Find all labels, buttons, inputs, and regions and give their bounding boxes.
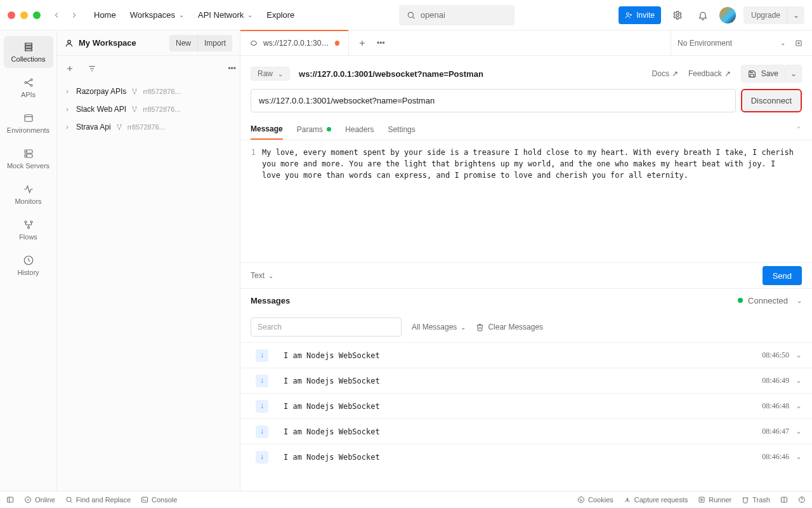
- tree-slack[interactable]: › Slack Web API rr8572876...: [61, 100, 236, 118]
- settings-button[interactable]: [669, 6, 686, 24]
- message-row[interactable]: ↓ I am Nodejs WebSocket 08:46:50 ⌄: [240, 342, 812, 368]
- two-pane-toggle[interactable]: [780, 496, 788, 504]
- svg-point-16: [30, 221, 32, 223]
- nav-back-icon[interactable]: [52, 11, 61, 20]
- rail-flows[interactable]: Flows: [4, 214, 53, 246]
- subtab-params[interactable]: Params: [297, 119, 331, 140]
- console-toggle[interactable]: Console: [141, 496, 177, 504]
- chevron-down-icon[interactable]: ⌄: [796, 401, 802, 411]
- chevron-down-icon: ⌄: [780, 39, 785, 46]
- tree-strava[interactable]: › Strava Api rr8572876...: [61, 118, 236, 136]
- docs-link[interactable]: Docs↗: [652, 69, 678, 78]
- new-tab-button[interactable]: [358, 39, 367, 48]
- avatar[interactable]: [719, 7, 736, 23]
- tab-websocket[interactable]: ws://127.0.0.1:3001/wel: [240, 30, 349, 55]
- chevron-right-icon: ›: [63, 105, 71, 114]
- global-search[interactable]: openai: [399, 5, 514, 25]
- sidebar-more[interactable]: •••: [228, 64, 236, 73]
- menu-home[interactable]: Home: [94, 10, 116, 20]
- messages-search[interactable]: Search: [251, 318, 402, 337]
- minimize-window[interactable]: [20, 11, 28, 19]
- chevron-down-icon[interactable]: ⌄: [796, 351, 802, 360]
- runner-link[interactable]: Runner: [698, 496, 731, 504]
- external-icon: ↗: [672, 69, 678, 78]
- feedback-link[interactable]: Feedback↗: [688, 69, 731, 78]
- disconnect-button[interactable]: Disconnect: [741, 89, 802, 112]
- svg-point-14: [26, 156, 27, 157]
- nav-forward-icon[interactable]: [70, 11, 79, 20]
- left-rail: Collections APIs Environments Mock Serve…: [0, 30, 57, 491]
- tree-razorpay[interactable]: › Razorpay APIs rr8572876...: [61, 83, 236, 100]
- fork-icon: [131, 88, 138, 95]
- chevron-down-icon[interactable]: ⌄: [796, 452, 802, 462]
- menu-workspaces[interactable]: Workspaces⌄: [130, 10, 184, 20]
- save-button[interactable]: Save: [741, 65, 785, 83]
- cookies-link[interactable]: Cookies: [577, 496, 613, 504]
- save-options[interactable]: ⌄: [785, 65, 802, 83]
- close-window[interactable]: [8, 11, 15, 19]
- new-button[interactable]: New: [169, 35, 198, 51]
- collapse-editor[interactable]: ⌃: [796, 125, 802, 134]
- message-editor[interactable]: 1 My love, every moment spent by your si…: [240, 140, 812, 262]
- zoom-window[interactable]: [33, 11, 41, 19]
- environment-select[interactable]: No Environment⌄: [678, 39, 785, 48]
- menu-explore[interactable]: Explore: [266, 10, 294, 20]
- clear-messages[interactable]: Clear Messages: [476, 323, 543, 331]
- svg-point-2: [627, 13, 629, 15]
- send-button[interactable]: Send: [763, 266, 802, 285]
- message-body[interactable]: My love, every moment spent by your side…: [262, 147, 803, 256]
- chevron-down-icon[interactable]: ⌄: [797, 297, 802, 304]
- chevron-down-icon[interactable]: ⌄: [796, 427, 802, 436]
- help-link[interactable]: [798, 496, 806, 504]
- capture-requests[interactable]: Capture requests: [624, 496, 688, 504]
- svg-point-5: [676, 14, 679, 17]
- format-select[interactable]: Text⌄: [251, 271, 273, 280]
- chevron-down-icon[interactable]: ⌄: [796, 376, 802, 385]
- notifications-button[interactable]: [694, 6, 712, 24]
- chevron-down-icon: ⌄: [268, 272, 273, 279]
- messages-header: Messages Connected ⌄: [240, 289, 812, 312]
- chevron-down-icon[interactable]: ⌄: [787, 6, 804, 24]
- message-row[interactable]: ↓ I am Nodejs WebSocket 08:46:49 ⌄: [240, 368, 812, 393]
- invite-button[interactable]: Invite: [619, 6, 661, 24]
- svg-rect-36: [796, 40, 801, 45]
- chevron-right-icon: ›: [63, 87, 71, 96]
- search-icon: [65, 496, 73, 504]
- subtab-message[interactable]: Message: [251, 119, 283, 140]
- environment-quicklook[interactable]: [792, 39, 806, 48]
- title-bar: Home Workspaces⌄ API Network⌄ Explore op…: [0, 0, 812, 30]
- find-replace[interactable]: Find and Replace: [65, 496, 131, 504]
- svg-point-19: [68, 40, 71, 43]
- sidebar-header: My Workspace New Import: [57, 30, 240, 56]
- rail-history[interactable]: History: [4, 250, 53, 281]
- raw-protocol-select[interactable]: Raw⌄: [251, 67, 290, 81]
- import-button[interactable]: Import: [198, 35, 232, 51]
- trash-link[interactable]: Trash: [742, 496, 770, 504]
- subtab-settings[interactable]: Settings: [388, 119, 415, 140]
- tab-more-button[interactable]: •••: [377, 39, 385, 48]
- workspace-selector[interactable]: My Workspace: [65, 38, 163, 48]
- message-row[interactable]: ↓ I am Nodejs WebSocket 08:46:46 ⌄: [240, 444, 812, 469]
- top-menu: Home Workspaces⌄ API Network⌄ Explore: [94, 10, 294, 20]
- rail-apis[interactable]: APIs: [4, 72, 53, 104]
- menu-api-network[interactable]: API Network⌄: [198, 10, 252, 20]
- message-row[interactable]: ↓ I am Nodejs WebSocket 08:46:48 ⌄: [240, 393, 812, 418]
- url-input[interactable]: ws://127.0.0.1:3001/websocket?name=Postm…: [251, 89, 736, 112]
- request-title: ws://127.0.0.1:3001/websocket?name=Postm…: [299, 69, 483, 79]
- filter-collections[interactable]: [84, 64, 214, 73]
- sidebar-toggle[interactable]: [6, 496, 14, 504]
- message-row[interactable]: ↓ I am Nodejs WebSocket 08:46:47 ⌄: [240, 418, 812, 444]
- upgrade-button[interactable]: Upgrade ⌄: [743, 6, 804, 24]
- rail-collections[interactable]: Collections: [4, 36, 53, 68]
- svg-rect-9: [25, 115, 32, 122]
- svg-point-8: [30, 84, 32, 86]
- subtab-headers[interactable]: Headers: [345, 119, 374, 140]
- fork-icon: [131, 106, 138, 112]
- add-collection-button[interactable]: [61, 64, 79, 73]
- svg-line-42: [70, 501, 72, 502]
- rail-monitors[interactable]: Monitors: [4, 178, 53, 210]
- messages-filter[interactable]: All Messages⌄: [412, 323, 466, 331]
- rail-environments[interactable]: Environments: [4, 107, 53, 139]
- online-status[interactable]: Online: [24, 496, 55, 504]
- rail-mock-servers[interactable]: Mock Servers: [4, 143, 53, 175]
